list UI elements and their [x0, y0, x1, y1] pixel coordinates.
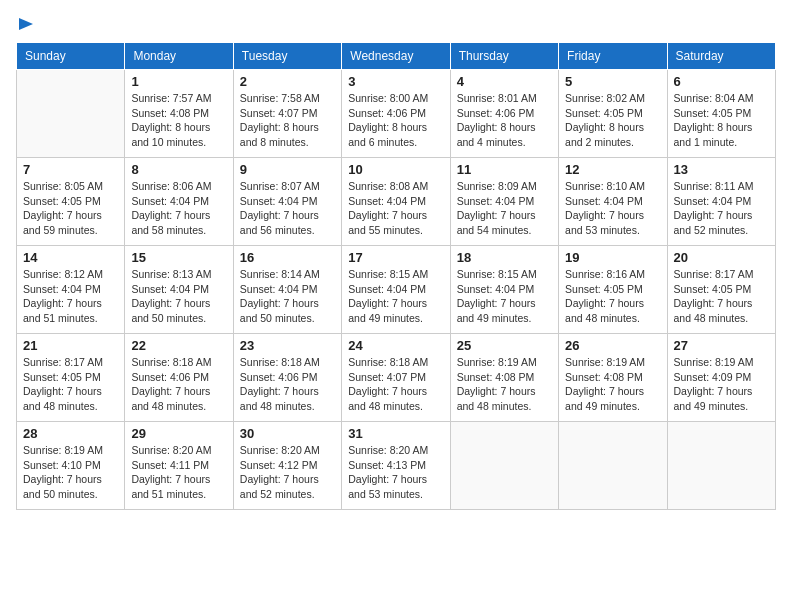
- calendar-cell: 22Sunrise: 8:18 AMSunset: 4:06 PMDayligh…: [125, 334, 233, 422]
- calendar-cell: 10Sunrise: 8:08 AMSunset: 4:04 PMDayligh…: [342, 158, 450, 246]
- day-info: Sunrise: 7:57 AMSunset: 4:08 PMDaylight:…: [131, 91, 226, 150]
- day-info: Sunrise: 8:20 AMSunset: 4:12 PMDaylight:…: [240, 443, 335, 502]
- calendar-cell: 23Sunrise: 8:18 AMSunset: 4:06 PMDayligh…: [233, 334, 341, 422]
- day-info: Sunrise: 8:12 AMSunset: 4:04 PMDaylight:…: [23, 267, 118, 326]
- page-header: [16, 16, 776, 34]
- calendar-cell: 26Sunrise: 8:19 AMSunset: 4:08 PMDayligh…: [559, 334, 667, 422]
- day-info: Sunrise: 8:06 AMSunset: 4:04 PMDaylight:…: [131, 179, 226, 238]
- calendar-cell: 19Sunrise: 8:16 AMSunset: 4:05 PMDayligh…: [559, 246, 667, 334]
- calendar-cell: 18Sunrise: 8:15 AMSunset: 4:04 PMDayligh…: [450, 246, 558, 334]
- day-number: 3: [348, 74, 443, 89]
- day-number: 1: [131, 74, 226, 89]
- day-info: Sunrise: 8:18 AMSunset: 4:06 PMDaylight:…: [240, 355, 335, 414]
- day-info: Sunrise: 8:15 AMSunset: 4:04 PMDaylight:…: [457, 267, 552, 326]
- calendar-cell: 8Sunrise: 8:06 AMSunset: 4:04 PMDaylight…: [125, 158, 233, 246]
- calendar-cell: 3Sunrise: 8:00 AMSunset: 4:06 PMDaylight…: [342, 70, 450, 158]
- day-number: 2: [240, 74, 335, 89]
- day-number: 25: [457, 338, 552, 353]
- day-number: 12: [565, 162, 660, 177]
- calendar-week-row: 28Sunrise: 8:19 AMSunset: 4:10 PMDayligh…: [17, 422, 776, 510]
- day-info: Sunrise: 7:58 AMSunset: 4:07 PMDaylight:…: [240, 91, 335, 150]
- day-info: Sunrise: 8:20 AMSunset: 4:13 PMDaylight:…: [348, 443, 443, 502]
- calendar-cell: 25Sunrise: 8:19 AMSunset: 4:08 PMDayligh…: [450, 334, 558, 422]
- calendar-week-row: 21Sunrise: 8:17 AMSunset: 4:05 PMDayligh…: [17, 334, 776, 422]
- calendar-cell: 30Sunrise: 8:20 AMSunset: 4:12 PMDayligh…: [233, 422, 341, 510]
- calendar-cell: 27Sunrise: 8:19 AMSunset: 4:09 PMDayligh…: [667, 334, 775, 422]
- day-number: 30: [240, 426, 335, 441]
- day-info: Sunrise: 8:19 AMSunset: 4:10 PMDaylight:…: [23, 443, 118, 502]
- calendar-cell: 9Sunrise: 8:07 AMSunset: 4:04 PMDaylight…: [233, 158, 341, 246]
- day-number: 11: [457, 162, 552, 177]
- calendar-cell: [17, 70, 125, 158]
- day-info: Sunrise: 8:10 AMSunset: 4:04 PMDaylight:…: [565, 179, 660, 238]
- day-number: 16: [240, 250, 335, 265]
- calendar-cell: 13Sunrise: 8:11 AMSunset: 4:04 PMDayligh…: [667, 158, 775, 246]
- calendar-cell: 15Sunrise: 8:13 AMSunset: 4:04 PMDayligh…: [125, 246, 233, 334]
- day-number: 15: [131, 250, 226, 265]
- day-number: 24: [348, 338, 443, 353]
- day-info: Sunrise: 8:19 AMSunset: 4:08 PMDaylight:…: [565, 355, 660, 414]
- day-number: 6: [674, 74, 769, 89]
- day-info: Sunrise: 8:00 AMSunset: 4:06 PMDaylight:…: [348, 91, 443, 150]
- day-number: 18: [457, 250, 552, 265]
- calendar-cell: 16Sunrise: 8:14 AMSunset: 4:04 PMDayligh…: [233, 246, 341, 334]
- day-info: Sunrise: 8:15 AMSunset: 4:04 PMDaylight:…: [348, 267, 443, 326]
- day-info: Sunrise: 8:05 AMSunset: 4:05 PMDaylight:…: [23, 179, 118, 238]
- calendar-cell: 20Sunrise: 8:17 AMSunset: 4:05 PMDayligh…: [667, 246, 775, 334]
- calendar-cell: 28Sunrise: 8:19 AMSunset: 4:10 PMDayligh…: [17, 422, 125, 510]
- svg-marker-0: [19, 18, 33, 30]
- calendar-cell: 17Sunrise: 8:15 AMSunset: 4:04 PMDayligh…: [342, 246, 450, 334]
- calendar-cell: 1Sunrise: 7:57 AMSunset: 4:08 PMDaylight…: [125, 70, 233, 158]
- calendar-week-row: 14Sunrise: 8:12 AMSunset: 4:04 PMDayligh…: [17, 246, 776, 334]
- day-number: 21: [23, 338, 118, 353]
- weekday-header: Wednesday: [342, 43, 450, 70]
- day-number: 13: [674, 162, 769, 177]
- day-info: Sunrise: 8:18 AMSunset: 4:07 PMDaylight:…: [348, 355, 443, 414]
- day-number: 10: [348, 162, 443, 177]
- day-number: 20: [674, 250, 769, 265]
- weekday-header: Tuesday: [233, 43, 341, 70]
- day-info: Sunrise: 8:19 AMSunset: 4:09 PMDaylight:…: [674, 355, 769, 414]
- weekday-header: Monday: [125, 43, 233, 70]
- weekday-header: Sunday: [17, 43, 125, 70]
- calendar-cell: 24Sunrise: 8:18 AMSunset: 4:07 PMDayligh…: [342, 334, 450, 422]
- calendar-week-row: 7Sunrise: 8:05 AMSunset: 4:05 PMDaylight…: [17, 158, 776, 246]
- calendar-cell: 5Sunrise: 8:02 AMSunset: 4:05 PMDaylight…: [559, 70, 667, 158]
- weekday-header: Saturday: [667, 43, 775, 70]
- day-number: 7: [23, 162, 118, 177]
- day-number: 23: [240, 338, 335, 353]
- day-number: 8: [131, 162, 226, 177]
- day-number: 29: [131, 426, 226, 441]
- day-info: Sunrise: 8:02 AMSunset: 4:05 PMDaylight:…: [565, 91, 660, 150]
- calendar-cell: 31Sunrise: 8:20 AMSunset: 4:13 PMDayligh…: [342, 422, 450, 510]
- day-number: 4: [457, 74, 552, 89]
- day-info: Sunrise: 8:07 AMSunset: 4:04 PMDaylight:…: [240, 179, 335, 238]
- calendar-cell: 14Sunrise: 8:12 AMSunset: 4:04 PMDayligh…: [17, 246, 125, 334]
- calendar-cell: 12Sunrise: 8:10 AMSunset: 4:04 PMDayligh…: [559, 158, 667, 246]
- weekday-header-row: SundayMondayTuesdayWednesdayThursdayFrid…: [17, 43, 776, 70]
- day-info: Sunrise: 8:20 AMSunset: 4:11 PMDaylight:…: [131, 443, 226, 502]
- day-number: 28: [23, 426, 118, 441]
- day-info: Sunrise: 8:16 AMSunset: 4:05 PMDaylight:…: [565, 267, 660, 326]
- weekday-header: Thursday: [450, 43, 558, 70]
- calendar-cell: [450, 422, 558, 510]
- day-number: 31: [348, 426, 443, 441]
- day-info: Sunrise: 8:14 AMSunset: 4:04 PMDaylight:…: [240, 267, 335, 326]
- day-info: Sunrise: 8:18 AMSunset: 4:06 PMDaylight:…: [131, 355, 226, 414]
- day-number: 19: [565, 250, 660, 265]
- logo: [16, 16, 35, 34]
- calendar-cell: [667, 422, 775, 510]
- logo-flag-icon: [17, 16, 35, 36]
- day-info: Sunrise: 8:13 AMSunset: 4:04 PMDaylight:…: [131, 267, 226, 326]
- calendar-cell: 6Sunrise: 8:04 AMSunset: 4:05 PMDaylight…: [667, 70, 775, 158]
- day-number: 14: [23, 250, 118, 265]
- day-info: Sunrise: 8:17 AMSunset: 4:05 PMDaylight:…: [23, 355, 118, 414]
- calendar-cell: 11Sunrise: 8:09 AMSunset: 4:04 PMDayligh…: [450, 158, 558, 246]
- day-info: Sunrise: 8:17 AMSunset: 4:05 PMDaylight:…: [674, 267, 769, 326]
- day-info: Sunrise: 8:11 AMSunset: 4:04 PMDaylight:…: [674, 179, 769, 238]
- day-info: Sunrise: 8:04 AMSunset: 4:05 PMDaylight:…: [674, 91, 769, 150]
- day-number: 27: [674, 338, 769, 353]
- day-number: 26: [565, 338, 660, 353]
- calendar-table: SundayMondayTuesdayWednesdayThursdayFrid…: [16, 42, 776, 510]
- calendar-week-row: 1Sunrise: 7:57 AMSunset: 4:08 PMDaylight…: [17, 70, 776, 158]
